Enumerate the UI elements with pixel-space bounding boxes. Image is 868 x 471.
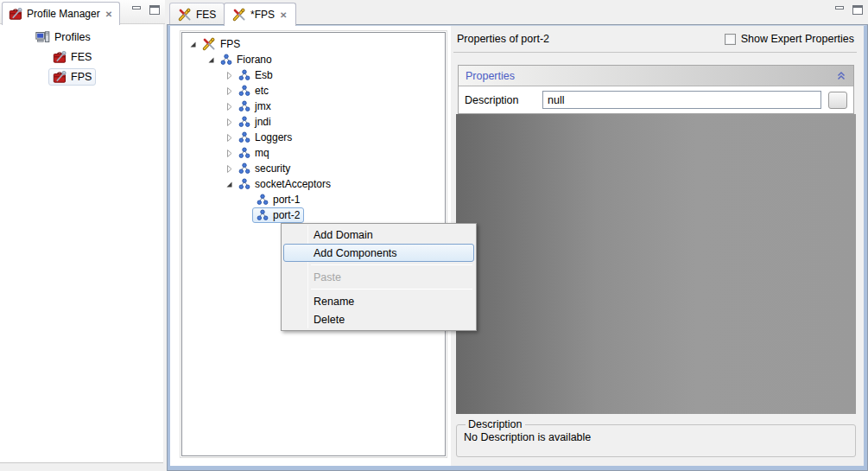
description-group-text: No Description is available xyxy=(464,431,591,443)
tree-item-fiorano[interactable]: Fiorano xyxy=(182,52,445,67)
tree-item-label: jndi xyxy=(255,116,271,128)
tree-item-fps[interactable]: FPS xyxy=(182,36,445,52)
expander-icon xyxy=(243,211,252,220)
menu-item-add-domain[interactable]: Add Domain xyxy=(283,226,474,244)
crossed-tools-icon xyxy=(232,8,246,22)
network-icon xyxy=(238,100,250,112)
tree-item-label: Loggers xyxy=(255,131,292,143)
menu-separator xyxy=(311,289,472,290)
tree-item-port-2[interactable]: port-2 xyxy=(182,207,445,223)
network-icon xyxy=(238,178,250,190)
expander-icon[interactable] xyxy=(225,149,234,158)
profile-manager-view: Profile Manager ✕ Profiles FES FPS xyxy=(0,0,165,471)
network-icon xyxy=(238,69,250,81)
tab-fps[interactable]: *FPS ✕ xyxy=(224,3,296,26)
tree-item-jmx[interactable]: jmx xyxy=(182,99,445,114)
close-icon[interactable]: ✕ xyxy=(279,10,288,20)
tab-profile-manager-label: Profile Manager xyxy=(27,8,100,20)
tree-item-esb[interactable]: Esb xyxy=(182,67,445,83)
editor-view-buttons xyxy=(835,5,863,15)
tab-fps-label: *FPS xyxy=(250,9,275,21)
network-icon xyxy=(220,54,232,66)
expert-properties-toggle[interactable]: Show Expert Properties xyxy=(725,33,857,45)
menu-item-delete[interactable]: Delete xyxy=(283,310,474,328)
fiorano-studio-window: Profile Manager ✕ Profiles FES FPS xyxy=(0,0,868,471)
tree-item-label: port-1 xyxy=(273,194,300,206)
view-buttons xyxy=(132,5,160,15)
toolbox-icon xyxy=(9,7,22,21)
tree-item-loggers[interactable]: Loggers xyxy=(182,130,445,145)
menu-item-add-components[interactable]: Add Components xyxy=(283,244,474,262)
profile-manager-tabbar: Profile Manager ✕ xyxy=(0,0,165,24)
tree-item-label: Fiorano xyxy=(237,54,272,66)
network-icon xyxy=(238,85,250,97)
menu-item-rename[interactable]: Rename xyxy=(283,292,474,310)
network-icon xyxy=(257,209,269,221)
expander-icon[interactable] xyxy=(225,164,234,174)
expander-icon[interactable] xyxy=(188,40,198,49)
tree-item-fps[interactable]: FPS xyxy=(0,67,163,86)
editor-tabbar: FES *FPS ✕ xyxy=(167,0,868,24)
tree-item-mq[interactable]: mq xyxy=(182,145,445,161)
expander-icon[interactable] xyxy=(225,118,234,127)
menu-item-paste: Paste xyxy=(283,268,474,286)
expander-icon[interactable] xyxy=(225,102,234,111)
network-icon xyxy=(257,194,269,206)
minimize-icon[interactable] xyxy=(835,6,844,10)
properties-section-header[interactable]: Properties xyxy=(459,66,853,86)
toolbox-icon xyxy=(53,50,67,64)
properties-section: Properties Description xyxy=(458,65,854,114)
tree-item-jndi[interactable]: jndi xyxy=(182,114,445,130)
tree-item-fes[interactable]: FES xyxy=(0,47,163,67)
tree-item-label: Esb xyxy=(255,69,273,81)
network-icon xyxy=(238,116,250,128)
maximize-icon[interactable] xyxy=(852,5,863,15)
tree-item-label: port-2 xyxy=(273,209,300,221)
maximize-icon[interactable] xyxy=(149,5,160,15)
tab-fes[interactable]: FES xyxy=(169,3,225,25)
menu-separator xyxy=(311,264,472,265)
network-icon xyxy=(238,162,250,175)
checkbox-icon[interactable] xyxy=(725,34,736,45)
description-group-title: Description xyxy=(466,418,525,430)
tree-item-label: socketAcceptors xyxy=(255,178,331,190)
tree-item-label: Profiles xyxy=(54,31,91,43)
properties-pane: Properties of port-2 Show Expert Propert… xyxy=(451,26,864,466)
crossed-tools-icon xyxy=(178,8,192,22)
description-input[interactable] xyxy=(542,91,821,109)
properties-section-title: Properties xyxy=(466,70,836,82)
properties-empty-body xyxy=(456,114,856,414)
tab-profile-manager[interactable]: Profile Manager ✕ xyxy=(2,2,120,25)
minimize-icon[interactable] xyxy=(132,6,141,10)
description-field-label: Description xyxy=(465,94,535,106)
expander-icon xyxy=(243,195,252,205)
network-icon xyxy=(238,131,250,143)
expert-properties-label: Show Expert Properties xyxy=(741,33,854,45)
tree-item-label: FES xyxy=(71,51,92,63)
profiles-tree: Profiles FES FPS xyxy=(0,24,163,463)
tree-item-port-1[interactable]: port-1 xyxy=(182,192,445,207)
expander-icon[interactable] xyxy=(225,133,234,143)
tree-item-etc[interactable]: etc xyxy=(182,83,445,99)
context-menu: Add DomainAdd ComponentsPasteRenameDelet… xyxy=(281,223,477,331)
tree-item-socketacceptors[interactable]: socketAcceptors xyxy=(182,176,445,192)
expander-icon[interactable] xyxy=(225,180,234,189)
description-group: Description No Description is available xyxy=(456,418,856,457)
tree-item-label: mq xyxy=(255,147,269,159)
tree-item-security[interactable]: security xyxy=(182,161,445,176)
expander-icon[interactable] xyxy=(225,71,234,80)
editor-area: FES *FPS ✕ FPS Fioran xyxy=(167,0,868,471)
properties-header: Properties of port-2 Show Expert Propert… xyxy=(453,26,857,53)
tab-fes-label: FES xyxy=(196,9,216,21)
expander-icon[interactable] xyxy=(225,86,234,96)
tree-item-profiles[interactable]: Profiles xyxy=(0,27,163,47)
tree-item-label: FPS xyxy=(220,38,240,50)
tree-item-label: FPS xyxy=(71,71,92,83)
browse-button[interactable] xyxy=(828,92,847,109)
network-icon xyxy=(238,147,250,159)
properties-title: Properties of port-2 xyxy=(457,33,725,45)
close-icon[interactable]: ✕ xyxy=(105,10,113,19)
collapse-chevron-icon[interactable] xyxy=(836,71,846,81)
tree-item-label: jmx xyxy=(255,100,271,112)
expander-icon[interactable] xyxy=(206,55,216,65)
